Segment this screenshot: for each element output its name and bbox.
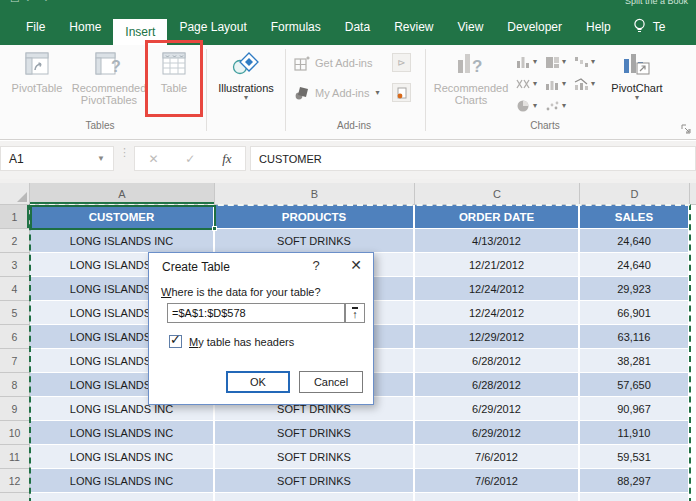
name-box[interactable]: A1 ▼ bbox=[0, 146, 114, 171]
cancel-button[interactable]: Cancel bbox=[299, 371, 363, 393]
cell[interactable]: SOFT DRINKS bbox=[215, 469, 415, 493]
row-header[interactable]: 13 bbox=[0, 493, 30, 501]
formula-input[interactable]: CUSTOMER bbox=[250, 146, 696, 171]
tab-file[interactable]: File bbox=[14, 8, 57, 45]
cell[interactable]: 59,531 bbox=[580, 445, 690, 469]
cell[interactable]: 24,640 bbox=[580, 253, 690, 277]
cell[interactable]: 7/6/2012 bbox=[415, 445, 580, 469]
row-header[interactable]: 6 bbox=[0, 325, 30, 349]
row-header[interactable]: 9 bbox=[0, 397, 30, 421]
charts-dialog-launcher[interactable] bbox=[681, 121, 692, 139]
cell[interactable]: 12/24/2012 bbox=[415, 301, 580, 325]
treemap-chart-button[interactable]: ▾ bbox=[545, 56, 574, 68]
line-chart-button[interactable]: ▾ bbox=[516, 78, 545, 90]
table-range-input[interactable] bbox=[167, 303, 345, 323]
row-header[interactable]: 8 bbox=[0, 373, 30, 397]
tab-review[interactable]: Review bbox=[382, 8, 445, 45]
select-all-corner[interactable] bbox=[0, 183, 30, 205]
combo-chart-button[interactable]: ▾ bbox=[574, 78, 603, 90]
cell[interactable]: LONG ISLANDS INC bbox=[30, 445, 215, 469]
cell[interactable]: 6/28/2012 bbox=[415, 349, 580, 373]
cell[interactable]: 7/6/2012 bbox=[415, 469, 580, 493]
cell[interactable]: 87,868 bbox=[580, 493, 690, 501]
cell[interactable]: 11,910 bbox=[580, 421, 690, 445]
enter-formula-icon[interactable]: ✓ bbox=[185, 152, 195, 166]
illustrations-dropdown-icon[interactable]: ▾ bbox=[210, 94, 282, 102]
pivotchart-button[interactable]: PivotChart ▾ bbox=[606, 50, 668, 102]
my-addins-button[interactable]: My Add-ins ▾ bbox=[294, 85, 379, 101]
row-header[interactable]: 3 bbox=[0, 253, 30, 277]
cell[interactable]: LONG ISLANDS INC bbox=[30, 229, 215, 253]
column-header-d[interactable]: D bbox=[580, 183, 690, 205]
cell[interactable]: 63,116 bbox=[580, 325, 690, 349]
headers-checkbox-row[interactable]: ✓ My table has headers bbox=[169, 335, 294, 348]
cell[interactable]: 6/28/2012 bbox=[415, 373, 580, 397]
column-chart-button[interactable]: ▾ bbox=[516, 56, 545, 68]
quick-access-toolbar[interactable]: ▭↶↷ bbox=[10, 0, 54, 5]
tell-me-box[interactable]: Te bbox=[623, 8, 666, 45]
cell[interactable]: 57,650 bbox=[580, 373, 690, 397]
pivotchart-dropdown-icon[interactable]: ▾ bbox=[606, 94, 668, 102]
row-header-1[interactable]: 1 bbox=[0, 205, 30, 229]
dialog-help-icon[interactable]: ? bbox=[307, 258, 325, 273]
cell[interactable]: 6/29/2012 bbox=[415, 421, 580, 445]
cell[interactable]: LONG ISLANDS INC bbox=[30, 493, 215, 501]
ok-button[interactable]: OK bbox=[226, 371, 290, 393]
save-icon[interactable]: ▭ bbox=[10, 0, 25, 5]
recommended-charts-button[interactable]: ? Recommended Charts bbox=[430, 50, 512, 106]
cell[interactable]: 12/24/2012 bbox=[415, 277, 580, 301]
insert-function-icon[interactable]: fx bbox=[222, 151, 231, 167]
name-box-dropdown-icon[interactable]: ▼ bbox=[97, 154, 113, 163]
cell[interactable]: 4/13/2012 bbox=[415, 229, 580, 253]
cell[interactable]: LONG ISLANDS INC bbox=[30, 421, 215, 445]
pivottable-button[interactable]: PivotTable bbox=[4, 50, 70, 94]
recent-addins-button[interactable] bbox=[392, 83, 411, 102]
cell[interactable]: SOFT DRINKS bbox=[215, 229, 415, 253]
row-header[interactable]: 2 bbox=[0, 229, 30, 253]
column-header-a[interactable]: A bbox=[30, 183, 215, 205]
illustrations-button[interactable]: Illustrations ▾ bbox=[210, 50, 282, 102]
header-cell-products[interactable]: PRODUCTS bbox=[215, 205, 415, 229]
cell[interactable]: LONG ISLANDS INC bbox=[30, 469, 215, 493]
headers-checkbox[interactable]: ✓ bbox=[169, 335, 182, 348]
collapse-dialog-button[interactable]: ↑ bbox=[345, 303, 365, 323]
undo-icon[interactable]: ↶ bbox=[25, 0, 39, 5]
cancel-formula-icon[interactable]: ✕ bbox=[148, 152, 158, 166]
header-cell-customer[interactable]: CUSTOMER bbox=[30, 205, 215, 229]
dialog-close-icon[interactable]: ✕ bbox=[345, 257, 367, 273]
tab-help[interactable]: Help bbox=[574, 8, 623, 45]
row-header[interactable]: 10 bbox=[0, 421, 30, 445]
row-header[interactable]: 5 bbox=[0, 301, 30, 325]
cell[interactable]: 29,923 bbox=[580, 277, 690, 301]
cell[interactable]: SOFT DRINKS bbox=[215, 421, 415, 445]
redo-icon[interactable]: ↷ bbox=[40, 0, 54, 5]
column-header-c[interactable]: C bbox=[415, 183, 580, 205]
row-header[interactable]: 4 bbox=[0, 277, 30, 301]
cell[interactable]: 38,281 bbox=[580, 349, 690, 373]
cell[interactable]: 24,640 bbox=[580, 229, 690, 253]
waterfall-chart-button[interactable]: ▾ bbox=[574, 56, 603, 68]
recommended-pivottables-button[interactable]: ? Recommended PivotTables bbox=[70, 50, 148, 106]
my-addins-dropdown-icon[interactable]: ▾ bbox=[375, 89, 379, 97]
cell[interactable]: 88,297 bbox=[580, 469, 690, 493]
tab-home[interactable]: Home bbox=[57, 8, 113, 45]
header-cell-sales[interactable]: SALES bbox=[580, 205, 690, 229]
cell[interactable]: 90,967 bbox=[580, 397, 690, 421]
cell[interactable]: 6/29/2012 bbox=[415, 397, 580, 421]
bar-chart-button[interactable]: ▾ bbox=[545, 78, 574, 90]
tab-data[interactable]: Data bbox=[333, 8, 382, 45]
row-header[interactable]: 7 bbox=[0, 349, 30, 373]
bing-maps-addin-button[interactable]: ⊳ bbox=[392, 53, 411, 72]
cell[interactable]: 66,901 bbox=[580, 301, 690, 325]
cell[interactable]: 12/21/2012 bbox=[415, 253, 580, 277]
cell[interactable]: SOFT DRINKS bbox=[215, 445, 415, 469]
tab-view[interactable]: View bbox=[446, 8, 496, 45]
row-header[interactable]: 12 bbox=[0, 469, 30, 493]
cell[interactable]: 12/29/2012 bbox=[415, 325, 580, 349]
column-header-b[interactable]: B bbox=[215, 183, 415, 205]
tab-developer[interactable]: Developer bbox=[495, 8, 574, 45]
row-header[interactable]: 11 bbox=[0, 445, 30, 469]
tab-formulas[interactable]: Formulas bbox=[259, 8, 333, 45]
cell[interactable]: 8/8/2012 bbox=[415, 493, 580, 501]
get-addins-button[interactable]: Get Add-ins bbox=[294, 55, 372, 71]
